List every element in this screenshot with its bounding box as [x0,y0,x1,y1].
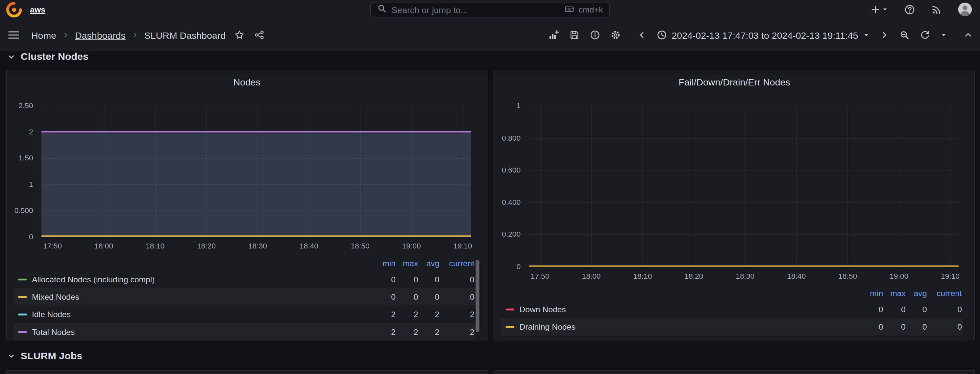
legend-column-avg: avg [418,258,439,268]
legend-column-min: min [858,288,883,298]
legend-stat-current: 2 [439,327,474,336]
legend: minmaxavgcurrent Allocated Nodes (includ… [13,256,476,341]
legend-stat-current: 0 [927,322,962,331]
y-tick-label: 1 [29,179,33,189]
star-icon[interactable] [234,30,244,40]
time-range-picker[interactable]: 2024-02-13 17:47:03 to 2024-02-13 19:11:… [657,30,870,40]
row-slurm-jobs[interactable]: SLURM Jobs [8,348,82,364]
panel-partial-right [494,370,975,374]
x-tick-label: 17:50 [531,272,549,280]
gridline [529,235,959,235]
zoom-out-icon[interactable] [899,30,909,40]
collapse-controls-chevron-up-icon[interactable] [964,30,973,40]
legend-row[interactable]: Draining Nodes0000 [501,318,963,335]
chevron-right-icon [132,32,138,38]
y-tick-label: 0.500 [14,205,33,215]
time-shift-forward-chevron-icon[interactable] [880,30,889,40]
series-label[interactable]: Idle Nodes [32,310,71,319]
breadcrumb: Home Dashboards SLURM Dashboard [31,30,226,40]
legend-row[interactable]: Allocated Nodes (including compl)0000 [13,271,476,288]
news-rss-icon[interactable] [931,4,942,14]
avatar-image [958,3,972,16]
row-title: Cluster Nodes [21,51,89,62]
panel-title[interactable]: Nodes [7,77,487,87]
shortcut-label: cmd+k [579,5,603,14]
gridline [529,106,959,106]
y-tick-label: 0.200 [502,230,520,239]
row-title: SLURM Jobs [21,350,83,361]
legend-stat-min: 0 [858,304,883,314]
y-axis-labels: 00.50011.5022.50 [7,106,33,237]
menu-icon[interactable] [8,30,20,40]
legend-row[interactable]: Idle Nodes2222 [13,305,476,323]
gridline [529,138,959,138]
legend-row[interactable]: Down Nodes0000 [501,300,963,318]
search-shortcut: cmd+k [564,4,603,15]
legend-stat-min: 2 [371,327,396,336]
gear-icon[interactable] [610,30,620,40]
y-tick-label: 2 [29,127,33,137]
legend-stat-avg: 0 [418,274,439,284]
x-tick-label: 18:00 [94,242,113,250]
gridline [643,106,643,266]
legend-row[interactable]: Total Nodes2222 [13,323,476,341]
panel-title[interactable]: Fail/Down/Drain/Err Nodes [494,77,974,87]
save-icon[interactable] [569,30,579,40]
keyboard-icon [564,4,575,15]
share-icon[interactable] [254,30,264,40]
legend-stat-min: 0 [371,274,396,284]
legend-column-max: max [396,258,418,268]
gridline [41,106,471,106]
series-label[interactable]: Draining Nodes [519,322,575,331]
breadcrumb-dashboards[interactable]: Dashboards [75,30,126,40]
series-label[interactable]: Total Nodes [32,327,75,336]
refresh-interval-caret-icon[interactable] [940,32,947,38]
legend-rows: Down Nodes0000Draining Nodes0000 [501,300,963,335]
search-icon [377,4,387,16]
legend-stat-avg: 2 [418,327,439,336]
legend-row[interactable]: Mixed Nodes0000 [13,288,476,305]
series-label[interactable]: Mixed Nodes [32,292,79,301]
gridline [591,106,592,266]
caret-down-icon [882,6,888,13]
x-tick-label: 18:40 [299,242,318,250]
y-tick-label: 1.50 [18,153,33,163]
legend-column-min: min [371,258,396,268]
breadcrumb-home[interactable]: Home [31,30,56,40]
y-tick-label: 2.50 [18,101,33,111]
row-cluster-nodes[interactable]: Cluster Nodes [8,49,89,65]
org-link[interactable]: aws [30,5,45,14]
legend-stat-current: 2 [439,310,474,319]
plot-area [41,106,471,237]
refresh-icon[interactable] [920,30,930,40]
series-color-dash [506,326,515,328]
chevron-down-icon [8,352,15,360]
y-axis-labels: 00.2000.4000.6000.8001 [494,106,520,266]
gridline [529,202,959,203]
series-color-dash [18,278,27,280]
series-label[interactable]: Allocated Nodes (including compl) [32,274,155,284]
legend-stat-current: 0 [439,274,474,284]
legend-rows: Allocated Nodes (including compl)0000Mix… [13,271,476,341]
series-label[interactable]: Down Nodes [519,304,566,314]
plot-area [529,106,959,266]
legend-stat-avg: 0 [906,322,927,331]
legend-stat-max: 0 [883,322,905,331]
breadcrumb-current: SLURM Dashboard [144,30,226,40]
help-icon[interactable] [904,4,915,14]
search-input[interactable] [392,5,559,14]
add-new-button[interactable] [870,5,888,14]
caret-down-icon [863,32,870,38]
legend-column-current: current [927,288,962,298]
info-icon[interactable] [590,30,600,40]
search-box[interactable]: cmd+k [370,2,610,18]
legend-stat-current: 0 [439,292,474,301]
x-tick-label: 18:20 [684,272,703,280]
legend-scrollbar[interactable] [476,260,479,332]
series-color-dash [506,308,515,310]
user-avatar[interactable] [958,3,972,16]
gridline [745,106,746,266]
time-shift-back-chevron-icon[interactable] [637,30,646,40]
grafana-logo-icon[interactable] [6,1,22,17]
add-panel-icon[interactable] [548,30,558,40]
